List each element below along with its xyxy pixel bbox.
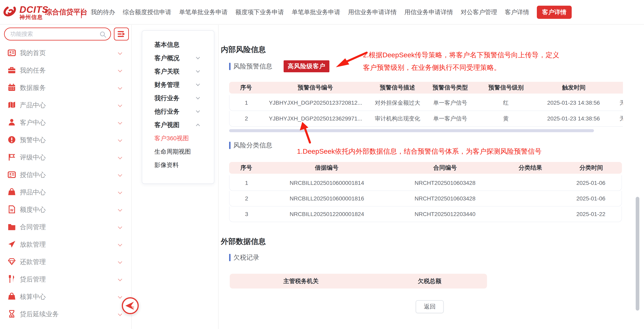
sidebar-item-16[interactable]: 贷后延续业务 bbox=[0, 306, 131, 323]
table-row: 2YJBHYJXH_DGP20250123629971...审计机构出现变化单一… bbox=[229, 111, 623, 127]
chevron-up-icon bbox=[196, 124, 200, 128]
topnav-item-8[interactable]: 对公客户管理 bbox=[461, 8, 497, 16]
customer-view-menu-item-4[interactable]: 财务管理 bbox=[142, 78, 214, 91]
sidebar-item-label: 核算中心 bbox=[20, 292, 46, 301]
chevron-down-icon bbox=[196, 109, 200, 113]
calendar-icon bbox=[7, 83, 16, 93]
annotation-propagation-strategy: 2.根据DeepSeek传导策略，将客户名下预警信号向上传导，定义客户预警级别，… bbox=[363, 49, 559, 74]
chevron-down-icon bbox=[118, 242, 122, 246]
sidebar-item-7[interactable]: 评级中心 bbox=[0, 149, 131, 166]
sidebar-item-8[interactable]: 授信中心 bbox=[0, 166, 131, 184]
sidebar-menu: 我的首页我的任务数据服务产品中心客户中心预警中心评级中心授信中心押品中心W额度中… bbox=[0, 44, 131, 323]
customer-view-menu-item-8[interactable]: 客户360视图 bbox=[142, 132, 214, 145]
menu-collapse-button[interactable] bbox=[114, 27, 129, 40]
customer-view-menu-card: 基本信息客户概况客户关联财务管理我行业务他行业务客户视图客户360视图生命周期视… bbox=[142, 30, 214, 184]
top-navigation: 我的待办综合额度授信申请单笔单批业务申请额度项下业务申请单笔单批业务申请用信业务… bbox=[91, 0, 572, 24]
sidebar-item-label: 预警中心 bbox=[20, 136, 46, 145]
risk-warning-table-viewport: 序号预警信号编号预警信号描述预警信号类型预警信号级别触发时间信1YJBHYJXH… bbox=[229, 82, 623, 127]
sidebar-item-2[interactable]: 我的任务 bbox=[0, 62, 131, 79]
sidebar-item-3[interactable]: 数据服务 bbox=[0, 79, 131, 97]
id-card-icon bbox=[7, 170, 16, 180]
customer-view-menu-item-1[interactable]: 基本信息 bbox=[142, 38, 214, 51]
risk-class-table: 序号借据编号合同编号分类结果分类时间1NRCBILL20250106000018… bbox=[229, 162, 622, 222]
sidebar-item-13[interactable]: 还款管理 bbox=[0, 253, 131, 271]
topnav-item-5[interactable]: 单笔单批业务申请 bbox=[292, 8, 340, 16]
sidebar-item-label: 授信中心 bbox=[20, 170, 46, 179]
table-header-cell: 分类结果 bbox=[500, 162, 560, 174]
topnav-item-2[interactable]: 综合额度授信申请 bbox=[123, 8, 172, 16]
vertical-scrollbar[interactable] bbox=[636, 197, 639, 311]
tax-arrears-table: 主管税务机关欠税总额 bbox=[230, 274, 487, 289]
table-cell: 黄 bbox=[473, 111, 539, 126]
topnav-item-4[interactable]: 额度项下业务申请 bbox=[236, 8, 284, 16]
customer-view-menu-item-10[interactable]: 影像资料 bbox=[142, 158, 214, 172]
sidebar-item-9[interactable]: 押品中心 bbox=[0, 184, 131, 201]
id-card-icon bbox=[7, 48, 16, 58]
horizontal-scrollbar[interactable] bbox=[229, 129, 594, 132]
chevron-down-icon bbox=[196, 95, 200, 99]
sidebar-item-12[interactable]: 放款管理 bbox=[0, 236, 131, 253]
topnav-item-3[interactable]: 单笔单批业务申请 bbox=[179, 8, 228, 16]
utensils-icon bbox=[7, 275, 16, 284]
hamburger-arrow-icon bbox=[117, 30, 126, 38]
chevron-down-icon bbox=[118, 103, 122, 107]
sidebar-item-15[interactable]: 核算中心 bbox=[0, 288, 131, 306]
table-header-cell: 欠税总额 bbox=[372, 274, 487, 289]
customer-view-menu-item-5[interactable]: 我行业务 bbox=[142, 91, 214, 105]
sidebar-item-14[interactable]: 贷后管理 bbox=[0, 271, 131, 288]
gem-icon bbox=[7, 257, 16, 267]
map-icon bbox=[7, 100, 16, 110]
table-cell: 2025-01-06 bbox=[560, 191, 622, 206]
search-input[interactable] bbox=[10, 29, 98, 39]
sidebar-item-10[interactable]: W额度中心 bbox=[0, 201, 131, 218]
table-row: 1NRCBILL2025010600001814NRCHT20250106034… bbox=[229, 175, 622, 191]
sidebar-item-6[interactable]: 预警中心 bbox=[0, 131, 131, 149]
topnav-item-1[interactable]: 我的待办 bbox=[91, 8, 115, 16]
hourglass-icon bbox=[7, 309, 16, 319]
table-row: 1YJBHYJXH_DGP20250123720812...对外担保金额过大单一… bbox=[229, 95, 623, 111]
sidebar-item-11[interactable]: 合同管理 bbox=[0, 218, 131, 236]
topnav-item-10[interactable]: 客户详情 bbox=[537, 6, 572, 19]
sidebar-collapse-button[interactable] bbox=[121, 297, 139, 315]
customer-view-menu-item-7[interactable]: 客户视图 bbox=[142, 118, 214, 132]
table-cell: 无 bbox=[608, 95, 623, 111]
divider bbox=[218, 25, 218, 329]
customer-view-menu-item-2[interactable]: 客户概况 bbox=[142, 51, 214, 65]
sidebar-item-label: 客户中心 bbox=[20, 118, 46, 127]
sidebar-item-1[interactable]: 我的首页 bbox=[0, 44, 131, 62]
search-icon[interactable] bbox=[99, 30, 107, 39]
back-button[interactable]: 返回 bbox=[416, 300, 444, 313]
table-header-cell: 预警信号类型 bbox=[427, 82, 473, 93]
section-bar bbox=[229, 254, 230, 261]
sidebar-item-label: 数据服务 bbox=[20, 83, 46, 92]
topnav-item-9[interactable]: 客户详情 bbox=[505, 8, 529, 16]
table-row: 3NRCBILL2025012200001824NRCHT20250122034… bbox=[229, 207, 622, 222]
table-cell: 红 bbox=[473, 95, 539, 111]
topnav-item-6[interactable]: 用信业务申请详情 bbox=[348, 8, 397, 16]
topnav-item-7[interactable]: 用信业务申请详情 bbox=[404, 8, 453, 16]
table-header-cell: 分类时间 bbox=[560, 162, 622, 174]
table-cell: YJBHYJXH_DGP20250123720812... bbox=[263, 95, 368, 111]
customer-view-menu-item-6[interactable]: 他行业务 bbox=[142, 105, 214, 118]
risk-warning-table: 序号预警信号编号预警信号描述预警信号类型预警信号级别触发时间信1YJBHYJXH… bbox=[229, 82, 623, 127]
tax-arrears-section-label: 欠税记录 bbox=[229, 253, 259, 262]
sidebar-item-label: 押品中心 bbox=[20, 188, 46, 197]
top-bar: DCITS 神州信息 综合信贷平台 我的待办综合额度授信申请单笔单批业务申请额度… bbox=[0, 0, 644, 24]
sidebar-item-label: 评级中心 bbox=[20, 153, 46, 162]
table-header-cell: 序号 bbox=[229, 162, 263, 174]
sidebar-item-5[interactable]: 客户中心 bbox=[0, 114, 131, 131]
chevron-down-icon bbox=[118, 138, 122, 142]
customer-view-menu-item-9[interactable]: 生命周期视图 bbox=[142, 145, 214, 158]
external-data-title: 外部数据信息 bbox=[221, 237, 266, 247]
table-cell: 2025-01-06 bbox=[560, 175, 622, 191]
table-cell: 2 bbox=[230, 111, 263, 126]
table-cell: 2025-01-23 14:38:56 bbox=[539, 111, 608, 126]
chevron-down-icon bbox=[196, 55, 200, 59]
table-cell: NRCHT2025010603428 bbox=[390, 191, 500, 206]
sidebar-item-4[interactable]: 产品中心 bbox=[0, 97, 131, 114]
table-cell: 审计机构出现变化 bbox=[368, 111, 427, 126]
customer-view-menu-item-3[interactable]: 客户关联 bbox=[142, 65, 214, 78]
table-cell: NRCBILL2025012200001824 bbox=[264, 207, 390, 222]
table-cell: 单一客户信号 bbox=[427, 95, 473, 111]
table-header-cell: 合同编号 bbox=[390, 162, 500, 174]
